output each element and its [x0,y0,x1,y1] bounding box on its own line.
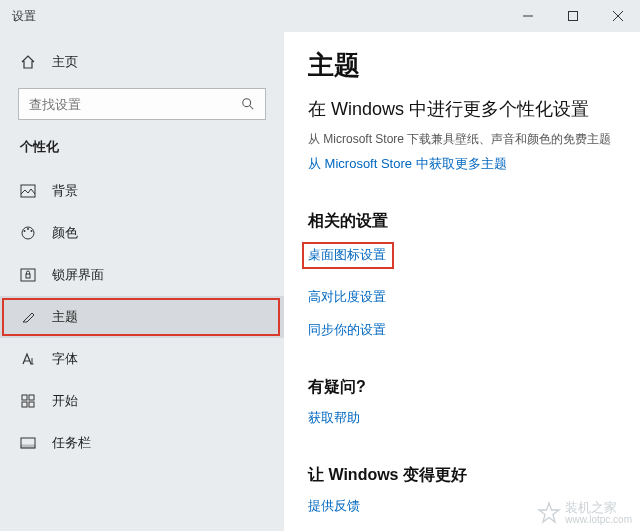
palette-icon [20,225,36,241]
nav-label: 背景 [52,182,78,200]
help-section: 有疑问? 获取帮助 [308,377,616,437]
nav-label: 锁屏界面 [52,266,104,284]
star-icon [537,501,561,525]
search-input[interactable] [19,97,231,112]
search-icon [231,97,265,111]
nav-item-start[interactable]: 开始 [0,380,284,422]
feedback-title: 让 Windows 变得更好 [308,465,616,486]
svg-point-1 [243,99,251,107]
link-high-contrast[interactable]: 高对比度设置 [308,288,386,306]
page-heading: 主题 [308,48,616,83]
watermark-url: www.lotpc.com [565,514,632,525]
nav-label: 颜色 [52,224,78,242]
related-title: 相关的设置 [308,211,616,232]
link-sync-settings[interactable]: 同步你的设置 [308,321,386,339]
store-description: 从 Microsoft Store 下载兼具壁纸、声音和颜色的免费主题 [308,131,616,148]
nav-label: 任务栏 [52,434,91,452]
nav-item-colors[interactable]: 颜色 [0,212,284,254]
home-icon [20,54,36,70]
lock-screen-icon [20,267,36,283]
section-label: 个性化 [0,134,284,170]
minimize-button[interactable] [505,0,550,32]
link-feedback[interactable]: 提供反馈 [308,497,360,515]
nav-list: 背景 颜色 锁屏界面 主题 [0,170,284,464]
svg-rect-12 [29,402,34,407]
home-label: 主页 [52,53,78,71]
maximize-button[interactable] [550,0,595,32]
nav-item-background[interactable]: 背景 [0,170,284,212]
nav-item-fonts[interactable]: 字体 [0,338,284,380]
brush-icon [20,309,36,325]
search-box[interactable] [18,88,266,120]
svg-point-5 [31,230,33,232]
nav-item-taskbar[interactable]: 任务栏 [0,422,284,464]
svg-rect-0 [568,12,577,21]
help-title: 有疑问? [308,377,616,398]
nav-label: 主题 [52,308,78,326]
start-icon [20,393,36,409]
nav-label: 开始 [52,392,78,410]
taskbar-icon [20,435,36,451]
svg-rect-11 [22,402,27,407]
watermark-brand: 装机之家 [565,501,632,514]
window-title: 设置 [12,8,505,25]
picture-icon [20,183,36,199]
title-bar: 设置 [0,0,640,32]
close-button[interactable] [595,0,640,32]
svg-rect-14 [21,445,35,448]
svg-rect-10 [29,395,34,400]
svg-point-6 [24,230,26,232]
store-link[interactable]: 从 Microsoft Store 中获取更多主题 [308,155,507,173]
font-icon [20,351,36,367]
nav-label: 字体 [52,350,78,368]
main-content: 主题 在 Windows 中进行更多个性化设置 从 Microsoft Stor… [284,32,640,531]
nav-item-lockscreen[interactable]: 锁屏界面 [0,254,284,296]
svg-rect-8 [26,274,30,278]
home-link[interactable]: 主页 [0,42,284,82]
link-get-help[interactable]: 获取帮助 [308,409,360,427]
related-section: 相关的设置 桌面图标设置 高对比度设置 同步你的设置 [308,211,616,349]
svg-point-4 [27,228,29,230]
link-desktop-icon-settings[interactable]: 桌面图标设置 [302,242,394,269]
watermark: 装机之家 www.lotpc.com [537,501,632,525]
sidebar: 主页 个性化 背景 颜色 [0,32,284,531]
nav-item-themes[interactable]: 主题 [0,296,284,338]
page-subheading: 在 Windows 中进行更多个性化设置 [308,97,616,121]
svg-rect-9 [22,395,27,400]
